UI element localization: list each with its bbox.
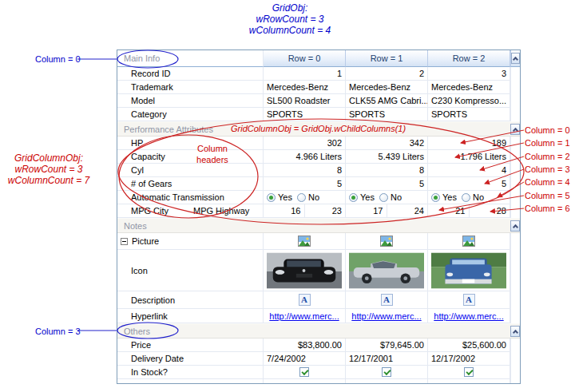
cell-price-0[interactable]: $83,800.00 [264, 339, 346, 352]
row-label-cyl: Cyl [117, 164, 264, 177]
car-photo-silver-side [349, 252, 424, 289]
grid-row-gears: # of Gears 5 5 5 [117, 177, 520, 191]
radio-yes-selected-icon[interactable] [431, 193, 440, 202]
radio-yes-label: Yes [278, 192, 292, 202]
checkbox-checked-icon[interactable] [382, 367, 391, 377]
right-strip [510, 150, 520, 164]
collapse-minus-box-icon[interactable] [121, 238, 128, 245]
cell-model-1[interactable]: CLK55 AMG Cabri... [346, 94, 428, 108]
radio-yes-selected-icon[interactable] [349, 193, 358, 202]
grid-row-capacity: Capacity 4.966 Liters 5.439 Liters 1.796… [117, 150, 520, 164]
cell-icon-0[interactable] [264, 250, 346, 291]
radio-no-icon[interactable] [462, 193, 470, 202]
cell-picture-1[interactable] [346, 233, 428, 250]
cell-trademark-0[interactable]: Mercedes-Benz [264, 81, 346, 94]
cell-picture-2[interactable] [428, 233, 510, 250]
cell-hp-2[interactable]: 189 [428, 137, 510, 150]
picture-thumbnail-icon [380, 236, 393, 247]
group-title-main-info: Main Info [117, 50, 264, 67]
cell-cyl-1[interactable]: 8 [346, 164, 428, 177]
cell-hp-1[interactable]: 342 [346, 137, 428, 150]
cell-category-1[interactable]: SPORTS [346, 108, 428, 121]
record-grid: Main Info Row = 0 Row = 1 Row = 2 Record… [117, 49, 521, 384]
collapse-button-main-info[interactable] [511, 53, 520, 64]
cell-picture-0[interactable] [264, 233, 346, 250]
picture-thumbnail-icon [462, 236, 475, 247]
cell-icon-1[interactable] [346, 250, 428, 291]
filler-cell [117, 379, 264, 383]
cell-mpg-0: 16 23 [264, 204, 346, 218]
cell-mpg-city-0[interactable]: 16 [264, 204, 304, 217]
cell-category-0[interactable]: SPORTS [264, 108, 346, 121]
row-label-icon: Icon [117, 250, 264, 291]
cell-mpg-1: 17 24 [346, 204, 428, 218]
cell-trademark-1[interactable]: Mercedes-Benz [346, 81, 428, 94]
hyperlink[interactable]: http://www.merc... [269, 311, 339, 321]
column-header-row2[interactable]: Row = 2 [428, 50, 510, 67]
right-column5-label: Column = 5 [525, 190, 570, 201]
cell-mpg-highway-2[interactable]: 28 [469, 204, 510, 217]
cell-record-id-1[interactable]: 2 [346, 67, 428, 81]
cell-category-2[interactable]: SPORTS [428, 108, 510, 121]
section-notes: Notes [117, 218, 520, 233]
cell-delivery-0[interactable]: 7/24/2002 [264, 352, 346, 366]
cell-mpg-city-2[interactable]: 21 [428, 204, 469, 217]
row-label-hyperlink: Hyperlink [117, 309, 264, 323]
cell-mpg-highway-1[interactable]: 24 [387, 204, 428, 217]
checkbox-checked-icon[interactable] [464, 367, 474, 377]
cell-delivery-1[interactable]: 12/17/2001 [346, 352, 428, 366]
cell-trademark-2[interactable]: Mercedes-Benz [428, 81, 510, 94]
right-strip [510, 81, 520, 94]
cell-price-2[interactable]: $25,600.00 [428, 339, 510, 352]
cell-gears-0[interactable]: 5 [264, 177, 346, 191]
cell-record-id-0[interactable]: 1 [264, 67, 346, 81]
cell-description-0[interactable]: A [264, 291, 346, 309]
cell-mpg-highway-0[interactable]: 23 [304, 204, 346, 217]
cell-cyl-0[interactable]: 8 [264, 164, 346, 177]
right-strip [510, 379, 520, 383]
grid-row-price: Price $83,800.00 $79,645.00 $25,600.00 [117, 339, 520, 352]
cell-model-2[interactable]: C230 Kompresso... [428, 94, 510, 108]
cell-capacity-0[interactable]: 4.966 Liters [264, 150, 346, 164]
grid-row-description: Description A A A [117, 291, 520, 309]
right-strip [510, 67, 520, 81]
right-strip [510, 204, 520, 218]
hyperlink[interactable]: http://www.merc... [434, 311, 503, 321]
row-label-picture-wrap: Picture [117, 233, 264, 250]
cell-gears-2[interactable]: 5 [428, 177, 510, 191]
cell-model-0[interactable]: SL500 Roadster [264, 94, 346, 108]
grid-row-category: Category SPORTS SPORTS SPORTS [117, 108, 520, 121]
hyperlink[interactable]: http://www.merc... [351, 311, 421, 321]
right-strip [510, 94, 520, 108]
checkbox-checked-icon[interactable] [299, 367, 309, 377]
cell-capacity-1[interactable]: 5.439 Liters [346, 150, 428, 164]
grid-row-record-id: Record ID 1 2 3 [117, 67, 520, 81]
annotation-line: wRowCount = 3 [224, 14, 356, 25]
collapse-button-performance[interactable] [510, 124, 520, 135]
radio-no-icon[interactable] [297, 193, 306, 202]
cell-icon-2[interactable] [428, 250, 510, 291]
section-title-notes: Notes [117, 221, 510, 231]
picture-thumbnail-icon [298, 236, 311, 247]
cell-capacity-2[interactable]: 1.796 Liters [428, 150, 510, 164]
cell-delivery-2[interactable]: 12/17/2002 [428, 352, 510, 366]
cell-description-1[interactable]: A [346, 291, 428, 309]
column-header-row1[interactable]: Row = 1 [346, 50, 428, 67]
row-label-mpg-city: MPG City [131, 206, 193, 216]
column-header-row0[interactable]: Row = 0 [264, 50, 346, 67]
radio-no-icon[interactable] [379, 193, 388, 202]
cell-record-id-2[interactable]: 3 [428, 67, 510, 81]
collapse-button-others[interactable] [510, 326, 520, 337]
cell-hp-0[interactable]: 302 [264, 137, 346, 150]
cell-cyl-2[interactable]: 4 [428, 164, 510, 177]
cell-price-1[interactable]: $79,645.00 [346, 339, 428, 352]
cell-gears-1[interactable]: 5 [346, 177, 428, 191]
childcolumns-note: GridColumnObj = GridObj.wChildColumns(1) [231, 123, 406, 134]
cell-mpg-city-1[interactable]: 17 [346, 204, 387, 217]
radio-yes-selected-icon[interactable] [267, 193, 276, 202]
cell-description-2[interactable]: A [428, 291, 510, 309]
collapse-button-notes[interactable] [510, 220, 520, 232]
right-strip [510, 250, 520, 291]
right-strip [510, 191, 520, 204]
cell-instock-1 [346, 366, 428, 379]
